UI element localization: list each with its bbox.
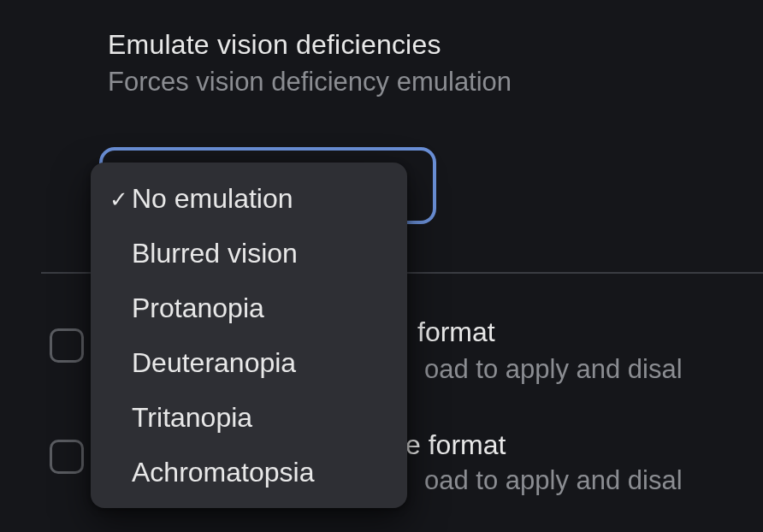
option-protanopia[interactable]: ✓ Protanopia (91, 281, 407, 335)
option-tritanopia[interactable]: ✓ Tritanopia (91, 390, 407, 445)
option-blurred-vision[interactable]: ✓ Blurred vision (91, 226, 407, 281)
row-0-title-fragment: format (417, 316, 495, 348)
row-1-subtitle-fragment: oad to apply and disal (424, 465, 683, 496)
option-label: No emulation (132, 183, 293, 215)
section-subtitle: Forces vision deficiency emulation (108, 67, 512, 98)
option-no-emulation[interactable]: ✓ No emulation (91, 171, 407, 226)
section-title: Emulate vision deficiencies (108, 29, 441, 61)
option-deuteranopia[interactable]: ✓ Deuteranopia (91, 335, 407, 390)
option-achromatopsia[interactable]: ✓ Achromatopsia (91, 445, 407, 499)
option-label: Protanopia (132, 293, 264, 324)
checkmark-icon: ✓ (109, 186, 128, 212)
option-label: Blurred vision (132, 238, 298, 269)
option-label: Tritanopia (132, 402, 252, 434)
option-label: Deuteranopia (132, 347, 296, 379)
option-label: Achromatopsia (132, 457, 314, 488)
checkbox-row-0[interactable] (50, 328, 84, 363)
checkbox-row-1[interactable] (50, 440, 84, 474)
row-1-title-fragment: e format (405, 429, 506, 461)
vision-deficiency-popup: ✓ No emulation ✓ Blurred vision ✓ Protan… (91, 163, 407, 508)
row-0-subtitle-fragment: oad to apply and disal (424, 354, 683, 385)
